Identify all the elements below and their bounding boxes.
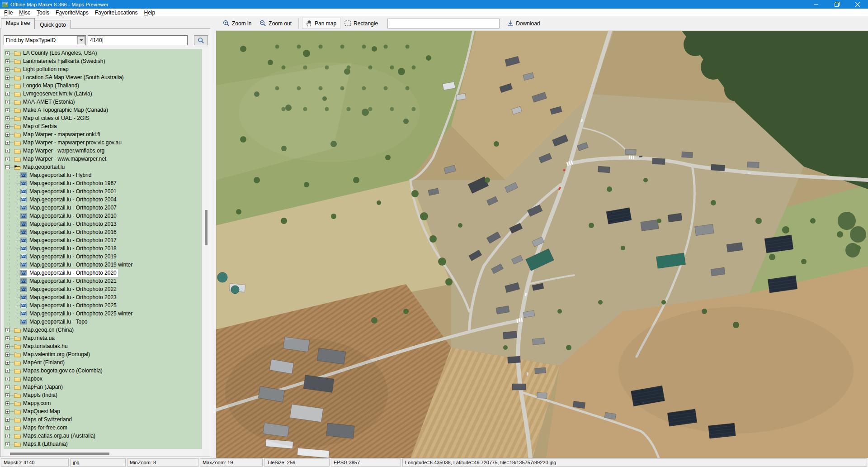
toolbar-input[interactable] bbox=[387, 19, 500, 29]
map-view[interactable] bbox=[216, 31, 868, 458]
tree-item[interactable]: + Map Warper - mapwarper.onki.fi bbox=[4, 130, 202, 138]
tree-item[interactable]: + Map.turistautak.hu bbox=[4, 342, 202, 350]
tree-item[interactable]: − Map.geoportail.lu bbox=[4, 163, 202, 171]
tree-item[interactable]: Map.geoportail.lu - Orthophoto 2023 bbox=[4, 293, 202, 301]
tree-expander[interactable]: + bbox=[5, 92, 9, 96]
tree-item[interactable]: + MapAnt (Finland) bbox=[4, 358, 202, 367]
tree-expander[interactable]: + bbox=[5, 361, 9, 365]
tree-item[interactable]: + Mapas.bogota.gov.co (Colombia) bbox=[4, 367, 202, 375]
tree-expander[interactable]: + bbox=[5, 393, 9, 397]
tree-item[interactable]: + Light pollution map bbox=[4, 65, 202, 73]
tree-item[interactable]: Map.geoportail.lu - Orthophoto 2001 bbox=[4, 187, 202, 195]
tree-item[interactable]: + Make A Topographic Map (Canada) bbox=[4, 106, 202, 114]
tree-item[interactable]: + Maps of Switzerland bbox=[4, 415, 202, 424]
download-button[interactable]: Download bbox=[503, 18, 544, 29]
tree-expander[interactable]: + bbox=[5, 401, 9, 405]
tree-expander[interactable]: + bbox=[5, 336, 9, 340]
tree-expander[interactable]: + bbox=[5, 434, 9, 438]
tree-item[interactable]: Map.geoportail.lu - Orthophoto 1967 bbox=[4, 179, 202, 187]
tree-item[interactable]: Map.geoportail.lu - Orthophoto 2018 bbox=[4, 244, 202, 253]
tree-horizontal-scrollbar[interactable] bbox=[4, 451, 202, 457]
tree-item[interactable]: Map.geoportail.lu - Orthophoto 2022 bbox=[4, 285, 202, 293]
tree-item[interactable]: + Maps.eatlas.org.au (Australia) bbox=[4, 432, 202, 440]
menu-item[interactable]: Help bbox=[141, 9, 159, 16]
menu-item[interactable]: Tools bbox=[33, 9, 52, 16]
tree-expander[interactable]: + bbox=[5, 442, 9, 446]
close-button[interactable] bbox=[847, 0, 868, 9]
tree-item[interactable]: Map.geoportail.lu - Orthophoto 2021 bbox=[4, 277, 202, 285]
find-by-dropdown[interactable]: Find by MapsTypeID bbox=[4, 35, 86, 45]
tree-item[interactable]: + MapFan (Japan) bbox=[4, 383, 202, 391]
tab-maps-tree[interactable]: Maps tree bbox=[1, 18, 35, 29]
tree-item[interactable]: + MAA-AMET (Estonia) bbox=[4, 98, 202, 106]
tree-expander[interactable]: + bbox=[5, 67, 9, 71]
tree-expander[interactable]: + bbox=[5, 426, 9, 430]
chevron-down-icon[interactable] bbox=[77, 36, 85, 44]
search-button[interactable] bbox=[194, 35, 208, 45]
tree-item[interactable]: Map.geoportail.lu - Orthophoto 2016 bbox=[4, 228, 202, 236]
zoom-out-button[interactable]: Zoom out bbox=[255, 18, 296, 29]
tree-item[interactable]: + Mappls (India) bbox=[4, 391, 202, 399]
tree-item[interactable]: + Map of Serbia bbox=[4, 122, 202, 130]
tree-item[interactable]: + Mapbox bbox=[4, 375, 202, 383]
scrollbar-thumb[interactable] bbox=[10, 453, 109, 455]
tree-expander[interactable]: + bbox=[5, 344, 9, 348]
menu-item[interactable]: FavoriteMaps bbox=[52, 9, 92, 16]
mapstypeid-input[interactable]: 4140 bbox=[88, 35, 188, 45]
tree-item[interactable]: + LA County (Los Angeles, USA) bbox=[4, 49, 202, 57]
tree-item[interactable]: Map.geoportail.lu - Orthophoto 2010 bbox=[4, 212, 202, 220]
tree-item[interactable]: Map.geoportail.lu - Hybrid bbox=[4, 171, 202, 179]
tree-item[interactable]: Map.geoportail.lu - Orthophoto 2020 bbox=[4, 269, 202, 277]
pan-map-button[interactable]: Pan map bbox=[302, 18, 340, 29]
rectangle-button[interactable]: Rectangle bbox=[340, 18, 382, 29]
tree-item[interactable]: + Maps.lt (Lithuania) bbox=[4, 440, 202, 448]
tab-quick-goto[interactable]: Quick goto bbox=[35, 20, 71, 29]
tree-item[interactable]: + Map Warper - mapwarper.prov.vic.gov.au bbox=[4, 138, 202, 147]
tree-item[interactable]: + Location SA Map Viewer (South Australi… bbox=[4, 73, 202, 81]
tree-expander[interactable]: + bbox=[5, 133, 9, 137]
tree-item[interactable]: + MapQuest Map bbox=[4, 407, 202, 415]
tree-expander[interactable]: + bbox=[5, 369, 9, 373]
minimize-button[interactable] bbox=[806, 0, 826, 9]
tree-expander[interactable]: + bbox=[5, 100, 9, 104]
tree-expander[interactable]: + bbox=[5, 59, 9, 63]
tree-item[interactable]: Map.geoportail.lu - Orthophoto 2019 wint… bbox=[4, 261, 202, 269]
tree-item[interactable]: + Map Warper - warper.wmflabs.org bbox=[4, 147, 202, 155]
tree-item[interactable]: + Mappy.com bbox=[4, 399, 202, 407]
tree-expander[interactable]: − bbox=[5, 165, 9, 169]
tree-item[interactable]: Map.geoportail.lu - Orthophoto 2004 bbox=[4, 195, 202, 204]
tree-expander[interactable]: + bbox=[5, 418, 9, 422]
menu-item[interactable]: File bbox=[1, 9, 16, 16]
menu-item[interactable]: Misc bbox=[16, 9, 33, 16]
tree-expander[interactable]: + bbox=[5, 116, 9, 120]
tree-item[interactable]: Map.geoportail.lu - Orthophoto 2025 wint… bbox=[4, 310, 202, 318]
tree-expander[interactable]: + bbox=[5, 84, 9, 88]
tree-item[interactable]: Map.geoportail.lu - Topo bbox=[4, 318, 202, 326]
tree-item[interactable]: + Lantmateriets Fjallkarta (Swedish) bbox=[4, 57, 202, 65]
tree-item[interactable]: + Map.geoq.cn (China) bbox=[4, 326, 202, 334]
tree-expander[interactable]: + bbox=[5, 124, 9, 129]
menu-item[interactable]: FavoriteLocations bbox=[92, 9, 141, 16]
tree-expander[interactable]: + bbox=[5, 76, 9, 80]
tree-expander[interactable]: + bbox=[5, 141, 9, 145]
zoom-in-button[interactable]: Zoom in bbox=[219, 18, 255, 29]
tree-item[interactable]: + Lvmgeoserver.lvm.lv (Latvia) bbox=[4, 90, 202, 98]
tree-vertical-scrollbar[interactable] bbox=[203, 49, 209, 449]
tree-expander[interactable]: + bbox=[5, 149, 9, 153]
tree-expander[interactable]: + bbox=[5, 157, 9, 161]
restore-button[interactable] bbox=[826, 0, 847, 9]
tree-item[interactable]: Map.geoportail.lu - Orthophoto 2025 bbox=[4, 301, 202, 310]
scrollbar-thumb[interactable] bbox=[205, 210, 208, 245]
tree-item[interactable]: Map.geoportail.lu - Orthophoto 2017 bbox=[4, 236, 202, 244]
tree-item[interactable]: Map.geoportail.lu - Orthophoto 2013 bbox=[4, 220, 202, 228]
tree-item[interactable]: + Map Warper - www.mapwarper.net bbox=[4, 155, 202, 163]
tree-expander[interactable]: + bbox=[5, 353, 9, 357]
tree-expander[interactable]: + bbox=[5, 328, 9, 332]
tree-expander[interactable]: + bbox=[5, 108, 9, 112]
tree-item[interactable]: + Maps-for-free.com bbox=[4, 424, 202, 432]
tree-item[interactable]: + Map.meta.ua bbox=[4, 334, 202, 342]
tree-expander[interactable]: + bbox=[5, 377, 9, 381]
tree-item[interactable]: + Map.valentim.org (Portugal) bbox=[4, 350, 202, 358]
tree-item[interactable]: + Longdo Map (Thailand) bbox=[4, 81, 202, 90]
tree-expander[interactable]: + bbox=[5, 51, 9, 55]
